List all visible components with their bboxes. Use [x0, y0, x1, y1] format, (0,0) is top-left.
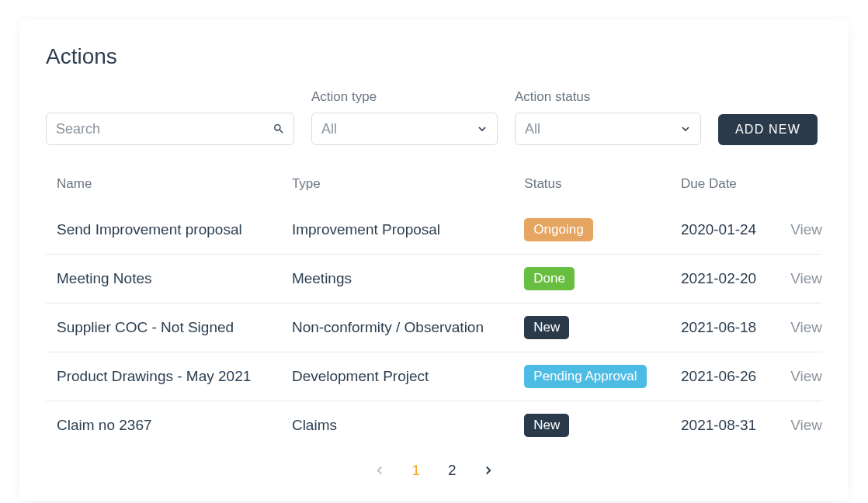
pagination: 12	[46, 449, 822, 485]
table-row: Product Drawings - May 2021Development P…	[46, 352, 822, 401]
action-status-label: Action status	[515, 89, 701, 105]
status-badge: New	[524, 316, 569, 339]
view-link[interactable]: View	[790, 270, 822, 286]
cell-name: Product Drawings - May 2021	[46, 352, 281, 401]
view-link[interactable]: View	[790, 417, 822, 433]
status-badge: Done	[524, 267, 575, 290]
col-header-due: Due Date	[670, 167, 776, 206]
status-badge: Pending Approval	[524, 365, 646, 388]
cell-name: Send Improvement proposal	[46, 206, 281, 255]
table-row: Meeting NotesMeetingsDone2021-02-20View	[46, 255, 822, 304]
action-status-group: Action status All	[515, 89, 701, 145]
page-title: Actions	[46, 44, 822, 69]
cell-status: Done	[513, 255, 670, 304]
table-row: Supplier COC - Not SignedNon-conformity …	[46, 304, 822, 352]
col-header-type: Type	[281, 167, 513, 206]
cell-type: Claims	[281, 401, 513, 450]
action-type-label: Action type	[311, 89, 498, 105]
action-status-select[interactable]: All	[515, 113, 701, 145]
cell-name: Supplier COC - Not Signed	[46, 304, 281, 352]
cell-due-date: 2021-02-20	[670, 255, 776, 304]
actions-table: Name Type Status Due Date Send Improveme…	[46, 167, 822, 449]
cell-due-date: 2021-08-31	[670, 401, 776, 450]
action-type-select[interactable]: All	[311, 113, 498, 145]
search-icon	[273, 123, 285, 135]
cell-type: Development Project	[281, 352, 513, 401]
cell-status: Ongoing	[513, 206, 670, 255]
status-badge: Ongoing	[524, 218, 592, 241]
cell-name: Meeting Notes	[46, 255, 281, 304]
cell-status: New	[513, 304, 670, 352]
cell-status: Pending Approval	[513, 352, 670, 401]
view-link[interactable]: View	[790, 319, 822, 335]
pagination-prev[interactable]	[373, 463, 387, 477]
page-number[interactable]: 1	[411, 462, 420, 479]
cell-name: Claim no 2367	[46, 401, 281, 450]
search-group	[46, 113, 294, 145]
col-header-actions	[776, 167, 822, 206]
search-wrap	[46, 113, 294, 145]
actions-card: Actions Action type All Action sta	[19, 19, 849, 501]
view-link[interactable]: View	[790, 221, 822, 238]
table-row: Claim no 2367ClaimsNew2021-08-31View	[46, 401, 822, 450]
cell-due-date: 2021-06-18	[670, 304, 776, 352]
cell-status: New	[513, 401, 670, 450]
page-number[interactable]: 2	[448, 462, 457, 479]
cell-type: Non-conformity / Observation	[281, 304, 513, 352]
action-type-group: Action type All	[311, 89, 498, 145]
filters-row: Action type All Action status All	[46, 89, 822, 145]
col-header-name: Name	[46, 167, 281, 206]
col-header-status: Status	[513, 167, 670, 206]
pagination-next[interactable]	[481, 463, 495, 477]
search-input[interactable]	[46, 113, 294, 145]
cell-type: Improvement Proposal	[281, 206, 513, 255]
add-new-button[interactable]: ADD NEW	[718, 114, 818, 145]
cell-type: Meetings	[281, 255, 513, 304]
status-badge: New	[524, 414, 569, 437]
cell-due-date: 2020-01-24	[670, 206, 776, 255]
table-row: Send Improvement proposalImprovement Pro…	[46, 206, 822, 255]
view-link[interactable]: View	[790, 368, 822, 384]
cell-due-date: 2021-06-26	[670, 352, 776, 401]
